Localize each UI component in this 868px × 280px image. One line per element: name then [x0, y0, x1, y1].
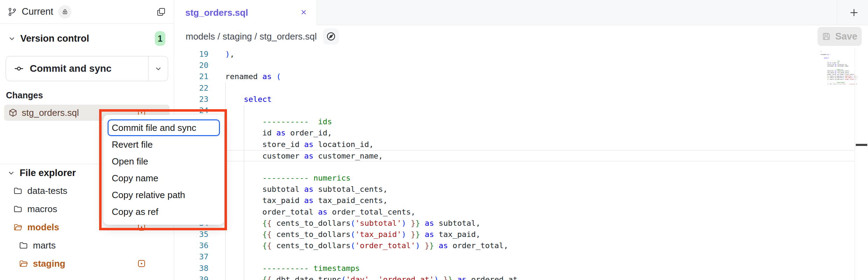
save-button[interactable]: Save	[818, 27, 862, 46]
code-text: store_id as location_id,	[225, 139, 374, 150]
code-line-28[interactable]: 28 customer as customer_name,	[174, 150, 855, 161]
folder-modified-badge	[138, 260, 145, 269]
folder-icon	[13, 204, 22, 214]
tab-stg-orders[interactable]: stg_orders.sql	[174, 0, 317, 25]
sidebar-item-staging[interactable]: staging	[0, 254, 174, 273]
line-number[interactable]: 19	[174, 49, 225, 60]
duplicate-branch-button[interactable]	[156, 7, 166, 17]
version-control-header[interactable]: Version control 1	[0, 24, 174, 53]
commit-and-sync-button[interactable]: Commit and sync	[6, 56, 148, 81]
menu-item-copy-name[interactable]: Copy name	[108, 170, 220, 187]
folder-name: macros	[27, 204, 57, 215]
code-line-29[interactable]: 29	[174, 161, 855, 173]
code-text: ---------- ids	[225, 116, 332, 127]
line-number[interactable]: 38	[174, 263, 225, 274]
code-editor[interactable]: 19),2021renamed as (2223 select2425 ----…	[174, 48, 868, 280]
code-text: ---------- timestamps	[225, 263, 360, 274]
code-text: {{ cents_to_dollars('tax_paid') }} as ta…	[225, 229, 481, 240]
code-line-22[interactable]: 22	[174, 83, 855, 94]
chevron-down-icon	[8, 35, 15, 42]
line-number[interactable]: 20	[174, 60, 225, 71]
code-line-21[interactable]: 21renamed as (	[174, 71, 855, 82]
code-line-36[interactable]: 36 {{ cents_to_dollars('order_total') }}…	[174, 240, 855, 251]
line-number[interactable]: 22	[174, 83, 225, 94]
main-panel: stg_orders.sql models / staging / stg_or…	[174, 0, 868, 280]
menu-item-commit-file-and-sync[interactable]: Commit file and sync	[108, 119, 220, 136]
lineage-button[interactable]	[323, 28, 339, 44]
code-text: select	[225, 94, 271, 105]
tab-close-button[interactable]	[300, 8, 308, 16]
git-commit-icon	[14, 63, 24, 74]
file-explorer-title: File explorer	[20, 168, 76, 178]
new-tab-button[interactable]	[847, 6, 861, 19]
line-number[interactable]: 36	[174, 240, 225, 251]
sidebar-item-marts[interactable]: marts	[0, 236, 174, 254]
folder-name: staging	[33, 258, 65, 269]
context-menu: Commit file and syncRevert fileOpen file…	[103, 115, 224, 225]
code-text: {{ cents_to_dollars('subtotal') }} as su…	[225, 218, 481, 229]
line-number[interactable]: 23	[174, 94, 225, 105]
model-cube-icon	[8, 108, 18, 117]
folder-icon	[19, 241, 28, 250]
code-line-37[interactable]: 37	[174, 251, 855, 262]
overview-cursor-marker	[856, 144, 867, 146]
code-text: {{ cents_to_dollars('order_total') }} as…	[225, 240, 508, 251]
code-line-23[interactable]: 23 select	[174, 94, 855, 105]
minimap[interactable]: ), renamed as ( select ---------- ids id…	[820, 51, 857, 84]
line-number[interactable]: 35	[174, 229, 225, 240]
overview-ruler	[855, 48, 855, 280]
close-icon	[300, 8, 308, 16]
minimap-line: {{ cents_to_dollars('order_total') }} as…	[820, 79, 857, 80]
line-number[interactable]: 21	[174, 71, 225, 82]
folder-open-icon	[19, 259, 28, 268]
code-line-33[interactable]: 33 order_total as order_total_cents,	[174, 206, 855, 218]
menu-item-revert-file[interactable]: Revert file	[108, 136, 220, 153]
code-line-30[interactable]: 30 ---------- numerics	[174, 173, 855, 184]
code-line-26[interactable]: 26 id as order_id,	[174, 127, 855, 139]
menu-item-copy-relative-path[interactable]: Copy relative path	[108, 187, 220, 203]
code-text: id as order_id,	[225, 127, 332, 139]
plus-icon	[849, 7, 859, 18]
code-line-19[interactable]: 19),	[174, 49, 855, 60]
folder-open-icon	[13, 223, 22, 232]
code-line-38[interactable]: 38 ---------- timestamps	[174, 263, 855, 274]
tab-label: stg_orders.sql	[185, 7, 248, 18]
commit-split-button: Commit and sync	[6, 56, 168, 81]
menu-item-copy-as-ref[interactable]: Copy as ref	[108, 203, 220, 220]
code-line-32[interactable]: 32 tax_paid as tax_paid_cents,	[174, 195, 855, 206]
code-line-34[interactable]: 34 {{ cents_to_dollars('subtotal') }} as…	[174, 218, 855, 229]
folder-icon	[13, 186, 22, 195]
code-text: {{ dbt.date_trunc('day', 'ordered_at') }…	[225, 274, 518, 280]
dbt-ide-window: Current Version control 1	[0, 0, 868, 280]
code-line-25[interactable]: 25 ---------- ids	[174, 116, 855, 127]
lock-icon	[62, 9, 68, 15]
code-line-39[interactable]: 39 {{ dbt.date_trunc('day', 'ordered_at'…	[174, 274, 855, 280]
code-text: order_total as order_total_cents,	[225, 206, 415, 218]
branch-name: Current	[22, 6, 53, 17]
tabstrip-divider	[837, 0, 837, 25]
commit-options-dropdown[interactable]	[148, 56, 168, 81]
copy-icon	[156, 7, 166, 17]
code-text: renamed as (	[225, 71, 281, 82]
code-line-35[interactable]: 35 {{ cents_to_dollars('tax_paid') }} as…	[174, 229, 855, 240]
code-line-27[interactable]: 27 store_id as location_id,	[174, 139, 855, 150]
code-lines: 19),2021renamed as (2223 select2425 ----…	[174, 49, 855, 280]
git-branch-icon	[8, 7, 17, 16]
code-text: customer as customer_name,	[225, 150, 383, 161]
menu-item-open-file[interactable]: Open file	[108, 153, 220, 170]
folder-name: marts	[33, 240, 56, 251]
save-icon	[822, 32, 831, 41]
changes-count-badge: 1	[155, 31, 165, 46]
code-line-24[interactable]: 24	[174, 105, 855, 116]
code-text: subtotal as subtotal_cents,	[225, 184, 388, 195]
code-text: tax_paid as tax_paid_cents,	[225, 195, 388, 206]
tab-bar: stg_orders.sql	[174, 0, 868, 25]
save-label: Save	[835, 31, 857, 42]
modified-icon	[138, 260, 145, 267]
line-number[interactable]: 37	[174, 251, 225, 262]
compass-icon	[326, 31, 336, 41]
branch-lock-badge	[58, 5, 71, 19]
code-line-20[interactable]: 20	[174, 60, 855, 71]
code-line-31[interactable]: 31 subtotal as subtotal_cents,	[174, 184, 855, 195]
line-number[interactable]: 39	[174, 274, 225, 280]
